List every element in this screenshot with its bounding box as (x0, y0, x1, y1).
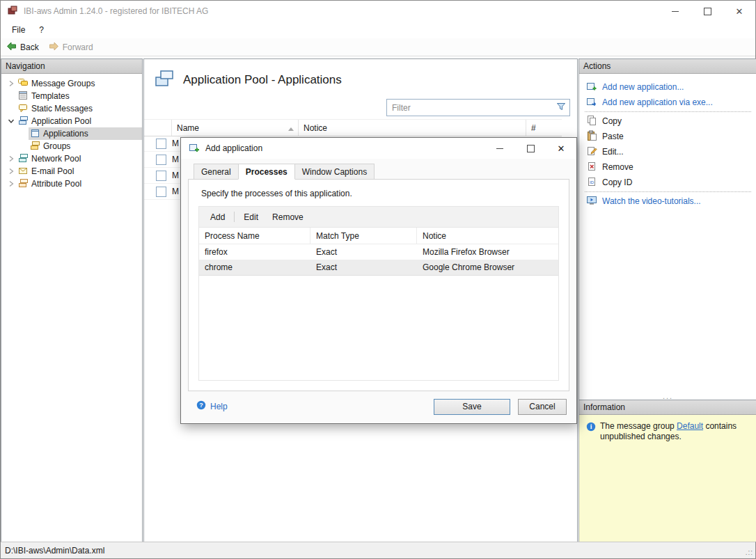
applications-icon (30, 128, 40, 140)
tab-processes[interactable]: Processes (238, 164, 295, 180)
toolbar-separator (234, 212, 235, 222)
menu-file[interactable]: File (5, 23, 32, 37)
action-label: Watch the video-tutorials... (602, 196, 701, 206)
nav-item-applications[interactable]: Applications (1, 127, 142, 140)
tab-window-captions[interactable]: Window Captions (294, 164, 375, 180)
titlebar: IBI-aws Admin 1.24.0 - registered for IB… (1, 1, 755, 22)
nav-item-groups[interactable]: Groups (1, 140, 142, 152)
filter-input[interactable] (391, 102, 556, 113)
action-copy[interactable]: Copy (579, 113, 756, 129)
processes-tab-page: Specify the processes of this applicatio… (188, 179, 569, 391)
back-button[interactable]: Back (3, 40, 45, 54)
chevron-right-icon[interactable] (5, 180, 17, 187)
action-label: Edit... (602, 147, 624, 157)
save-button[interactable]: Save (434, 399, 510, 415)
column-match-type-label: Match Type (316, 231, 359, 241)
help-icon: ? (196, 400, 206, 412)
default-message-group-link[interactable]: Default (677, 421, 703, 431)
row-checkbox[interactable] (156, 139, 166, 149)
help-link[interactable]: ? Help (196, 400, 228, 412)
nav-item-attribute-pool[interactable]: Attribute Pool (1, 178, 142, 190)
nav-label: Application Pool (31, 116, 91, 126)
nav-item-templates[interactable]: Templates (1, 90, 142, 102)
notice-cell: Google Chrome Browser (423, 262, 514, 272)
nav-item-static-messages[interactable]: Static Messages (1, 102, 142, 115)
notice-cell: Mozilla Firefox Browser (423, 247, 510, 257)
process-edit-button[interactable]: Edit (237, 210, 265, 225)
maximize-button[interactable] (691, 1, 723, 22)
nav-item-application-pool[interactable]: Application Pool (1, 115, 142, 127)
nav-label: Templates (31, 91, 70, 101)
process-row-firefox[interactable]: firefox Exact Mozilla Firefox Browser (199, 244, 558, 260)
dialog-titlebar: Add application ✕ (181, 138, 576, 159)
nav-item-email-pool[interactable]: E-mail Pool (1, 165, 142, 178)
close-button[interactable]: ✕ (723, 1, 755, 22)
action-label: Add new application... (602, 82, 684, 92)
dialog-title: Add application (205, 143, 262, 153)
app-logo-icon (7, 5, 18, 18)
menu-help[interactable]: ? (32, 23, 51, 37)
match-type-cell: Exact (316, 262, 337, 272)
nav-label: Static Messages (31, 104, 93, 113)
dialog-close-button[interactable]: ✕ (546, 138, 576, 159)
process-add-button[interactable]: Add (203, 210, 232, 225)
column-notice-label: Notice (304, 123, 327, 133)
action-edit[interactable]: Edit... (579, 144, 756, 159)
message-groups-icon (18, 78, 28, 90)
column-notice[interactable]: Notice (299, 120, 526, 136)
dialog-window-controls: ✕ (485, 138, 576, 159)
action-watch-video-tutorials[interactable]: Watch the video-tutorials... (579, 194, 756, 209)
forward-button[interactable]: Forward (46, 40, 99, 54)
column-name[interactable]: Name (172, 120, 299, 136)
chevron-right-icon[interactable] (5, 168, 17, 175)
nav-label: Message Groups (31, 79, 95, 88)
row-checkbox[interactable] (156, 171, 166, 181)
filter-funnel-icon[interactable] (556, 102, 566, 113)
chevron-right-icon[interactable] (5, 80, 17, 87)
minimize-icon (496, 148, 503, 149)
panel-splitter-handle[interactable]: ... (579, 393, 756, 400)
action-add-new-application[interactable]: Add new application... (579, 79, 756, 95)
cancel-button[interactable]: Cancel (518, 399, 567, 415)
tab-general[interactable]: General (194, 164, 239, 180)
action-copy-id[interactable]: ID Copy ID (579, 175, 756, 190)
maximize-icon (704, 8, 711, 15)
dialog-footer: ? Help Save Cancel (181, 391, 576, 423)
column-match-type[interactable]: Match Type (310, 228, 417, 244)
remove-icon (586, 161, 597, 174)
action-label: Paste (602, 132, 624, 141)
resize-grip[interactable]: .:: (746, 549, 753, 556)
actions-divider (585, 191, 751, 192)
row-checkbox[interactable] (156, 187, 166, 197)
column-process-name[interactable]: Process Name (199, 228, 310, 244)
info-text-before: The message group (600, 421, 677, 431)
video-tutorials-icon (586, 195, 597, 208)
action-paste[interactable]: Paste (579, 129, 756, 144)
navigation-panel: Navigation Message Groups Templates (1, 58, 143, 542)
action-add-new-application-via-exe[interactable]: Add new application via exe... (579, 95, 756, 110)
row-checkbox[interactable] (156, 155, 166, 165)
processes-table-header: Process Name Match Type Notice (199, 228, 558, 244)
nav-item-network-pool[interactable]: Network Pool (1, 152, 142, 165)
column-process-notice-label: Notice (423, 231, 446, 241)
column-process-name-label: Process Name (205, 231, 260, 241)
nav-toolbar: Back Forward (1, 38, 755, 56)
dialog-minimize-button[interactable] (485, 138, 515, 159)
svg-text:ID: ID (590, 180, 594, 184)
static-messages-icon (18, 103, 28, 115)
chevron-right-icon[interactable] (5, 155, 17, 162)
minimize-button[interactable] (659, 1, 691, 22)
nav-item-message-groups[interactable]: Message Groups (1, 77, 142, 90)
row-name: M (172, 187, 179, 196)
action-remove[interactable]: Remove (579, 159, 756, 175)
dialog-maximize-button[interactable] (515, 138, 546, 159)
column-count[interactable]: # (526, 120, 562, 136)
process-remove-button[interactable]: Remove (265, 210, 310, 225)
column-process-notice[interactable]: Notice (417, 228, 558, 244)
process-row-chrome[interactable]: chrome Exact Google Chrome Browser (199, 260, 558, 276)
nav-label: E-mail Pool (31, 166, 74, 176)
column-checkbox-gutter (144, 120, 172, 136)
action-label: Copy (602, 116, 622, 126)
chevron-down-icon[interactable] (5, 118, 17, 125)
column-count-label: # (531, 123, 536, 133)
